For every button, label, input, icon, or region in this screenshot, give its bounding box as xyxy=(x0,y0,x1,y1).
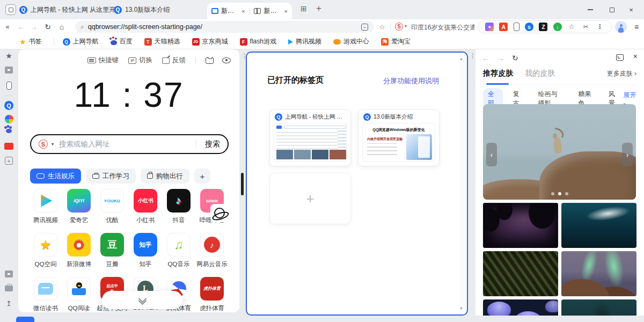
category-shopping-travel[interactable]: 购物出行 xyxy=(141,169,189,184)
bookmark-tmall[interactable]: T天猫精选 xyxy=(144,37,180,46)
main-menu-icon[interactable]: ≡ xyxy=(631,19,642,34)
back-icon[interactable]: ← xyxy=(15,19,27,34)
app-douban[interactable]: 豆豆瓣 xyxy=(96,233,129,268)
skin-starry-teal-sky[interactable] xyxy=(561,299,636,316)
app-weread[interactable]: 微信读书 xyxy=(29,277,62,312)
address-bar[interactable]: ⌕ qqbrowser://split-screen-starting-page… xyxy=(75,21,374,33)
tab-recommended-skins[interactable]: 推荐皮肤 xyxy=(483,69,513,78)
app-netease-music[interactable]: ♪网易云音乐 xyxy=(195,233,229,268)
tab-group-icon[interactable]: ⊞ xyxy=(301,4,307,13)
dot-active[interactable] xyxy=(558,192,561,195)
chevron-down-icon[interactable]: ▾ xyxy=(52,142,54,147)
extensions-menu-icon[interactable]: ⋮ xyxy=(596,23,604,31)
bookmark-flash-games[interactable]: Fflash游戏 xyxy=(240,37,276,46)
translate-icon[interactable]: s xyxy=(525,23,533,31)
scroll-down-icon[interactable]: ▼ xyxy=(459,306,463,310)
add-category-button[interactable]: + xyxy=(194,169,210,184)
bookmark-jd[interactable]: JD京东商城 xyxy=(192,37,228,46)
collapse-sidebar-icon[interactable]: « xyxy=(2,19,13,34)
sogou-engine-icon[interactable]: S xyxy=(395,23,403,31)
skin-milky-way-trees[interactable] xyxy=(483,203,558,248)
app-qq-reading[interactable]: QQ阅读 xyxy=(62,277,96,312)
new-tab-button[interactable]: + xyxy=(316,3,321,14)
bookmarks-folder[interactable]: ★书签 xyxy=(19,37,42,46)
app-iqiyi[interactable]: iQIYI爱奇艺 xyxy=(62,189,96,224)
reload-icon[interactable]: ↻ xyxy=(512,54,518,62)
close-tab-icon[interactable]: × xyxy=(284,8,288,14)
qq-browser-icon[interactable]: Q xyxy=(0,101,18,110)
app-weibo[interactable]: 新浪微博 xyxy=(62,233,96,268)
skin-tshirt-icon[interactable] xyxy=(206,57,214,64)
scroll-up-icon[interactable]: ▲ xyxy=(459,57,463,61)
add-app-icon[interactable]: + xyxy=(0,157,18,165)
baidu-paw-icon[interactable] xyxy=(0,129,18,133)
forward-icon[interactable]: → xyxy=(497,54,504,62)
window-close-button[interactable]: × xyxy=(620,0,642,19)
more-skins-link[interactable]: 更多皮肤 › xyxy=(607,69,636,78)
favorites-star-icon[interactable]: ★ xyxy=(0,52,18,60)
reader-mode-icon[interactable] xyxy=(361,24,368,31)
collapse-grid-button[interactable] xyxy=(102,291,182,309)
phone-icon[interactable] xyxy=(0,82,18,90)
user-avatar[interactable] xyxy=(615,21,627,33)
bookmark-tencent-video[interactable]: 腾讯视频 xyxy=(288,37,321,46)
bookmark-aitaobao[interactable]: 淘爱淘宝 xyxy=(381,37,411,46)
search-button[interactable]: 搜索 xyxy=(205,140,220,149)
dot[interactable] xyxy=(551,192,554,195)
skin-aurora-mountain[interactable] xyxy=(561,251,636,296)
pane-splitter-handle[interactable] xyxy=(241,173,244,195)
tab-my-skins[interactable]: 我的皮肤 xyxy=(525,69,555,78)
category-life-entertainment[interactable]: 生活娱乐 xyxy=(30,169,81,184)
home-icon[interactable]: ⌂ xyxy=(56,19,68,34)
forward-icon[interactable]: → xyxy=(28,19,40,34)
open-in-tab-icon[interactable] xyxy=(616,54,624,61)
back-icon[interactable]: ← xyxy=(482,54,489,62)
collapse-up-icon[interactable]: ↥ xyxy=(0,299,18,308)
tab-new-tab[interactable]: 新标签 × xyxy=(207,3,250,19)
window-maximize-button[interactable] xyxy=(601,0,623,19)
carousel-dots[interactable] xyxy=(483,192,636,195)
bottom-floating-bar[interactable] xyxy=(16,317,34,322)
red-app-icon[interactable] xyxy=(0,143,18,150)
open-tab-card-portal[interactable]: Q 上网导航 - 轻快上网 从这里开 xyxy=(269,109,351,166)
storage-box-icon[interactable] xyxy=(0,270,18,277)
tab-version-intro[interactable]: Q 13.0新版本介绍 xyxy=(114,0,165,19)
app-xiaohongshu[interactable]: 小红书小红书 xyxy=(129,189,162,224)
app-qzone[interactable]: ★QQ空间 xyxy=(29,233,62,268)
phone-icon[interactable] xyxy=(514,23,519,31)
carousel-next-button[interactable]: › xyxy=(622,143,633,166)
adobe-acrobat-icon[interactable]: A xyxy=(499,23,508,31)
briefcase-icon[interactable] xyxy=(0,286,18,291)
bookmark-star-icon[interactable]: ☆ xyxy=(377,19,387,34)
close-panel-icon[interactable]: × xyxy=(633,52,638,61)
app-zhihu[interactable]: 知乎知乎 xyxy=(129,233,162,268)
app-tencent-video[interactable]: 腾讯视频 xyxy=(29,189,62,224)
archive-icon[interactable] xyxy=(0,67,18,74)
pane-splitter-dots[interactable]: ⋮ xyxy=(470,53,475,60)
window-minimize-button[interactable] xyxy=(580,0,601,19)
skin-underwater-light[interactable] xyxy=(561,203,636,248)
dot[interactable] xyxy=(565,192,568,195)
bookmark-game-center[interactable]: 游戏中心 xyxy=(333,37,369,46)
app-douyin[interactable]: ♪抖音 xyxy=(162,189,195,224)
skin-carousel-ibex[interactable]: ‹ › xyxy=(483,104,636,200)
side-panel-toggle-button[interactable] xyxy=(5,4,16,15)
reload-icon[interactable]: ↻ xyxy=(42,19,54,34)
feedback-button[interactable]: 反馈 xyxy=(162,56,186,65)
colorful-app-icon[interactable] xyxy=(0,115,18,123)
skin-jellyfish[interactable] xyxy=(483,299,558,316)
planet-icon[interactable] xyxy=(210,204,229,222)
app-hupu-sports[interactable]: 虎扑体育虎扑体育 xyxy=(195,277,229,312)
screenshot-scissors-icon[interactable]: ✂ xyxy=(581,23,590,31)
app-qq-music[interactable]: ♫QQ音乐 xyxy=(162,233,195,268)
tab-nav-portal[interactable]: Q 上网导航 - 轻快上网 从这里开始 xyxy=(19,0,109,19)
category-work-study[interactable]: 工作学习 xyxy=(86,169,136,184)
sogou-engine-icon[interactable]: S xyxy=(39,140,48,149)
split-help-link[interactable]: 分屏功能使用说明 xyxy=(383,76,439,86)
open-tab-card-version[interactable]: Q 13.0新版本介绍 QQ浏览器Windows版的新变化 内核升级网页使用更流… xyxy=(358,109,440,166)
app-youku[interactable]: YOUKU优酷 xyxy=(96,189,129,224)
bookmark-baidu[interactable]: 百度 xyxy=(111,37,133,46)
carousel-prev-button[interactable]: ‹ xyxy=(486,143,497,166)
eye-icon[interactable] xyxy=(222,57,231,63)
skin-pine-branches[interactable] xyxy=(483,251,558,296)
